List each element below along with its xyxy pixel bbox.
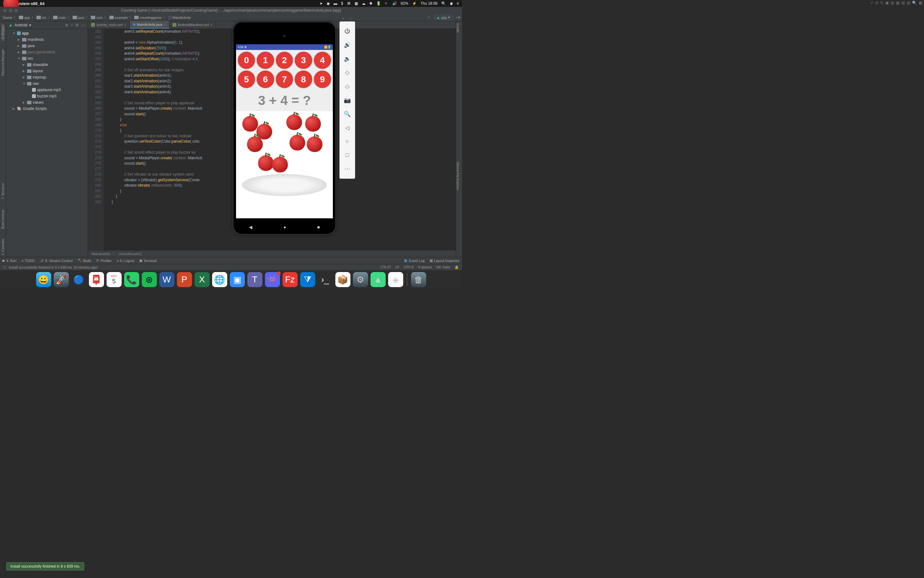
tab-logcat[interactable]: ≡ 6: Logcat — [117, 259, 134, 263]
breadcrumb-class[interactable]: MainActivity — [92, 252, 110, 256]
dock-powerpoint[interactable]: P — [177, 272, 192, 287]
tree-module[interactable]: ▼app — [6, 30, 88, 36]
cloud-icon[interactable]: ☁ — [362, 1, 366, 6]
dock-whatsapp[interactable]: 📞 — [124, 272, 139, 287]
power-icon[interactable]: ⏻ — [345, 28, 350, 34]
dock-mail[interactable]: 📮 — [89, 272, 104, 287]
tree-folder[interactable]: ▶values — [6, 99, 88, 106]
lock-icon[interactable]: 🔒 — [454, 265, 459, 269]
number-button-7[interactable]: 7 — [275, 70, 294, 88]
circle-icon[interactable]: ◉ — [327, 1, 330, 6]
tree-file[interactable]: applause.mp3 — [6, 87, 88, 93]
tab-event-log[interactable]: 3 Event Log — [403, 258, 425, 263]
tab-build-variants[interactable]: Build Variants — [1, 208, 5, 231]
tree-folder[interactable]: ▶java (generated) — [6, 49, 88, 55]
tab-build[interactable]: 🔨 Build — [78, 258, 91, 263]
tab-structure[interactable]: 7: Structure — [1, 181, 5, 201]
number-button-4[interactable]: 4 — [313, 51, 332, 70]
dock-spotify[interactable]: ⊜ — [142, 272, 157, 287]
dock-android-studio[interactable]: ▲ — [371, 272, 386, 287]
dock-vscode[interactable]: ⧩ — [300, 272, 315, 287]
back-icon[interactable]: ◀ — [249, 225, 252, 230]
dock-calendar[interactable]: NOV5 — [107, 272, 122, 287]
dock-finder[interactable]: 😀 — [36, 272, 51, 287]
back-nav-icon[interactable]: ↖ — [428, 15, 431, 19]
emulator-close-icon[interactable]: × — [342, 17, 344, 20]
tree-folder[interactable]: ▼raw — [6, 80, 88, 87]
tree-folder[interactable]: ▼res — [6, 55, 88, 62]
dock-trash[interactable]: 🗑 — [411, 272, 426, 287]
indent[interactable]: 4 spaces — [418, 265, 432, 269]
tab-main-activity[interactable]: MainActivity.java× — [130, 21, 169, 29]
number-button-8[interactable]: 8 — [294, 70, 312, 88]
minimize-icon[interactable] — [9, 9, 12, 12]
line-separator[interactable]: LF — [395, 265, 399, 269]
dock-chrome[interactable]: 🌐 — [212, 272, 227, 287]
menu-icon[interactable]: ≡ — [457, 1, 459, 6]
close-icon[interactable] — [3, 9, 7, 12]
dock-word[interactable]: W — [159, 272, 174, 287]
zoom-icon[interactable]: 🔍 — [344, 110, 351, 117]
number-button-6[interactable]: 6 — [256, 70, 274, 88]
device-selector[interactable]: ▫ ▾ — [456, 15, 460, 19]
battery-icon[interactable]: 🔋 — [376, 1, 381, 6]
run-config-selector[interactable]: ▲app▾ — [434, 15, 453, 20]
tree-file[interactable]: buzzer.mp3 — [6, 93, 88, 99]
number-button-5[interactable]: 5 — [237, 70, 255, 88]
tab-favorites[interactable]: 2: Favorites — [1, 237, 5, 257]
number-button-2[interactable]: 2 — [275, 51, 294, 70]
breadcrumb-method[interactable]: checkAnswer() — [119, 252, 142, 256]
rotate-right-icon[interactable]: ◇ — [345, 83, 350, 90]
collapse-icon[interactable]: ÷ — [71, 23, 73, 27]
emulator-screen[interactable]: 4:58 ⚙📶🔋 0 1 2 3 4 5 6 7 8 9 3 + 4 = ? — [236, 44, 333, 218]
hide-icon[interactable]: — — [81, 23, 85, 27]
tab-activity-main[interactable]: activity_main.xml× — [88, 21, 130, 29]
dock-teams[interactable]: T — [247, 272, 262, 287]
home-emulator-icon[interactable]: ○ — [346, 138, 349, 145]
emulator-minimize-icon[interactable]: — — [349, 17, 352, 20]
rotate-left-icon[interactable]: ◇ — [345, 69, 350, 76]
traffic-lights[interactable] — [3, 9, 18, 12]
maximize-icon[interactable] — [15, 9, 18, 12]
tab-project[interactable]: 1: Project — [1, 24, 5, 41]
number-button-3[interactable]: 3 — [294, 51, 312, 70]
close-icon[interactable]: × — [124, 23, 126, 27]
number-button-9[interactable]: 9 — [313, 70, 332, 88]
tree-folder[interactable]: ▶mipmap — [6, 74, 88, 80]
close-icon[interactable]: × — [211, 23, 213, 27]
gear-icon[interactable]: ⚙ — [75, 23, 79, 27]
close-icon[interactable]: × — [164, 23, 166, 26]
wifi-icon[interactable]: ᯤ — [385, 1, 389, 6]
tree-folder[interactable]: ▶java — [6, 43, 88, 49]
tab-layout-inspector[interactable]: ▦ Layout Inspector — [429, 258, 459, 263]
tab-vcs[interactable]: ⎇ 9: Version Control — [40, 258, 72, 263]
volume-up-icon[interactable]: 🔊 — [344, 41, 351, 49]
tab-profiler[interactable]: ⏱ Profiler — [96, 259, 112, 263]
menu-icon[interactable]: ▦ — [355, 1, 358, 6]
dock-scrcpy[interactable]: ◈ — [388, 272, 403, 287]
siri-menu-icon[interactable]: ◉ — [450, 1, 453, 6]
dollar-icon[interactable]: $ — [341, 1, 343, 6]
tab-gradle[interactable]: Gradle — [456, 21, 459, 34]
dock-terminal[interactable]: ›_ — [318, 272, 333, 287]
bluetooth-icon[interactable]: ✱ — [369, 1, 373, 6]
cursor-position[interactable]: 276:27 — [380, 265, 391, 269]
tab-todo[interactable]: ≡ TODO — [21, 259, 34, 263]
number-button-1[interactable]: 1 — [256, 51, 274, 70]
overview-icon[interactable]: □ — [346, 152, 349, 158]
link-icon[interactable]: ⌘ — [347, 1, 351, 6]
dock-filezilla[interactable]: Fz — [283, 272, 298, 287]
back-icon[interactable]: ◁ — [345, 124, 350, 131]
dock-settings[interactable]: ⚙ — [353, 272, 368, 287]
dock-excel[interactable]: X — [195, 272, 210, 287]
encoding[interactable]: UTF-8 — [404, 265, 413, 269]
spotlight-icon[interactable]: 🔍 — [441, 1, 446, 6]
location-icon[interactable]: ➤ — [320, 1, 323, 6]
git-branch[interactable]: Git: main — [436, 265, 450, 269]
target-icon[interactable]: ⊕ — [65, 23, 68, 27]
tab-resource-manager[interactable]: Resource Manager — [1, 47, 5, 78]
more-icon[interactable]: ⋯ — [345, 165, 350, 172]
tab-manifest[interactable]: AndroidManifest.xml× — [169, 21, 216, 29]
number-button-0[interactable]: 0 — [237, 51, 255, 70]
dock-siri[interactable]: 🔵 — [72, 272, 86, 287]
